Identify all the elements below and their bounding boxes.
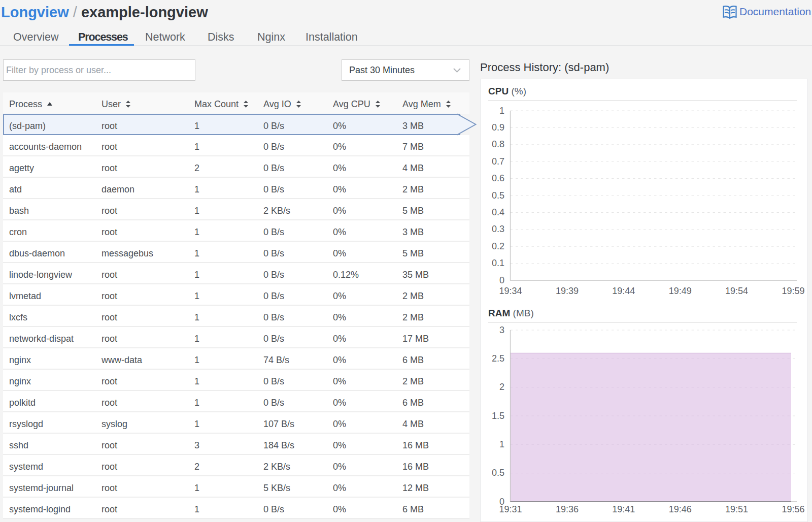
svg-text:1.5: 1.5: [492, 411, 504, 421]
svg-text:1: 1: [499, 106, 504, 116]
svg-text:RAM (MB): RAM (MB): [488, 308, 534, 318]
svg-text:1: 1: [499, 439, 504, 449]
svg-text:19:54: 19:54: [725, 286, 748, 296]
svg-text:0.5: 0.5: [492, 468, 504, 478]
svg-text:19:31: 19:31: [499, 504, 522, 514]
svg-text:19:41: 19:41: [612, 504, 635, 514]
svg-text:2: 2: [499, 382, 504, 392]
svg-text:0.8: 0.8: [492, 139, 504, 149]
svg-text:0.9: 0.9: [492, 122, 504, 133]
svg-text:19:49: 19:49: [669, 286, 692, 296]
svg-text:19:59: 19:59: [782, 286, 804, 296]
svg-text:0.7: 0.7: [492, 156, 504, 167]
svg-text:0.2: 0.2: [492, 241, 504, 251]
svg-text:0.4: 0.4: [492, 207, 504, 217]
svg-text:19:44: 19:44: [612, 286, 635, 296]
svg-text:19:51: 19:51: [725, 504, 748, 514]
svg-text:19:39: 19:39: [556, 286, 579, 296]
svg-text:CPU (%): CPU (%): [488, 86, 526, 96]
svg-text:19:56: 19:56: [782, 504, 804, 514]
svg-text:19:46: 19:46: [669, 504, 692, 514]
svg-text:19:36: 19:36: [556, 504, 579, 514]
svg-text:3: 3: [499, 325, 504, 335]
svg-text:0.6: 0.6: [492, 173, 504, 183]
svg-text:0.3: 0.3: [492, 224, 504, 234]
svg-text:0.1: 0.1: [492, 258, 504, 268]
svg-text:2.5: 2.5: [492, 353, 504, 364]
svg-text:0: 0: [499, 275, 504, 285]
svg-text:19:34: 19:34: [499, 286, 522, 296]
svg-text:0.5: 0.5: [492, 190, 504, 201]
